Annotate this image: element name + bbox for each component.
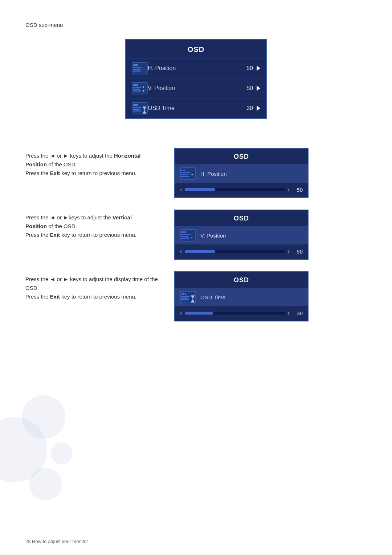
osd-menu-osd-time: OSD OSD Time 30 xyxy=(126,98,266,118)
osd-time-label: OSD Time xyxy=(148,105,246,112)
h-position-sub-icon: OSD ↔ xyxy=(180,167,196,180)
h-position-slider-track xyxy=(185,188,285,191)
svg-text:+: + xyxy=(143,89,144,93)
osd-time-arrow xyxy=(257,106,260,111)
svg-text:OSD: OSD xyxy=(133,64,138,66)
svg-rect-32 xyxy=(181,238,189,239)
svg-rect-3 xyxy=(133,69,140,70)
h-position-label: H. Position xyxy=(148,65,246,72)
svg-rect-37 xyxy=(181,296,190,297)
osd-time-value: 30 xyxy=(246,105,253,112)
svg-text:↔: ↔ xyxy=(190,173,193,176)
exit-key-2: Exit xyxy=(50,232,60,238)
svg-rect-26 xyxy=(181,176,189,177)
v-position-section: Press the ◄ or ►keys to adjust the Verti… xyxy=(25,210,367,260)
h-position-sub-title: OSD xyxy=(175,149,308,164)
svg-text:+: + xyxy=(191,236,193,240)
osd-time-section: Press the ◄ or ► keys to adjust the disp… xyxy=(25,271,367,321)
svg-rect-4 xyxy=(133,70,141,72)
svg-rect-15 xyxy=(133,107,142,108)
v-position-sub-label: V. Position xyxy=(200,232,226,239)
osd-time-slider-track xyxy=(185,312,285,315)
osd-time-sub-label: OSD Time xyxy=(200,294,225,300)
left-arrow-key: ◄ xyxy=(50,153,56,159)
v-position-slider-fill xyxy=(185,250,215,253)
v-position-slider-left: ‹ xyxy=(180,248,182,255)
svg-rect-10 xyxy=(133,90,141,92)
osd-time-sub-icon: OSD xyxy=(180,291,196,303)
h-position-slider-left: ‹ xyxy=(180,186,182,193)
left-arrow-key-3: ◄ xyxy=(50,276,56,282)
exit-key-3: Exit xyxy=(50,293,60,300)
h-position-sub-box: OSD OSD ↔ H. Position ‹ › 50 xyxy=(174,148,309,198)
osd-time-slider-left: ‹ xyxy=(180,310,182,316)
v-position-slider-track xyxy=(185,250,285,253)
svg-text:OSD: OSD xyxy=(133,84,138,86)
vertical-position-bold: VerticalPosition xyxy=(25,214,132,229)
v-position-arrow xyxy=(257,86,260,91)
page-footer: 28 How to adjust your monitor xyxy=(25,539,88,544)
svg-text:OSD: OSD xyxy=(133,104,138,106)
svg-rect-9 xyxy=(133,89,140,90)
svg-rect-16 xyxy=(133,109,140,110)
v-position-label: V. Position xyxy=(148,85,246,92)
right-arrow-key-3: ► xyxy=(63,276,69,282)
osd-main-title: OSD xyxy=(126,40,266,58)
v-position-sub-box: OSD OSD + + V. Position ‹ › xyxy=(174,210,309,260)
v-position-icon: OSD + + xyxy=(132,82,148,94)
exit-key-1: Exit xyxy=(50,170,60,176)
h-position-slider-fill xyxy=(185,188,215,191)
h-position-slider-value: 50 xyxy=(294,187,303,193)
osd-time-slider-value: 30 xyxy=(294,310,303,316)
svg-text:OSD: OSD xyxy=(181,293,187,295)
svg-rect-38 xyxy=(181,297,188,299)
horizontal-position-bold: HorizontalPosition xyxy=(25,153,140,167)
svg-rect-8 xyxy=(133,87,142,88)
h-position-sub-label: H. Position xyxy=(200,171,227,177)
svg-text:+: + xyxy=(191,232,193,236)
v-position-sub-title: OSD xyxy=(175,210,308,226)
v-position-slider-right: › xyxy=(288,248,290,255)
svg-rect-24 xyxy=(181,172,190,173)
svg-text:+: + xyxy=(143,85,144,89)
h-position-slider-row: ‹ › 50 xyxy=(175,183,308,197)
svg-text:OSD: OSD xyxy=(181,231,187,233)
h-position-icon: OSD ↔ xyxy=(132,62,148,74)
right-arrow-key-2: ► xyxy=(63,214,69,220)
h-position-value: 50 xyxy=(246,65,253,72)
h-position-desc: Press the ◄ or ► keys to adjust the Hori… xyxy=(25,148,163,178)
h-position-slider-right: › xyxy=(288,186,290,193)
osd-time-sub-item: OSD OSD Time xyxy=(175,288,308,306)
h-position-section: Press the ◄ or ► keys to adjust the Hori… xyxy=(25,148,367,198)
h-position-sub-item: OSD ↔ H. Position xyxy=(175,164,308,183)
osd-time-icon: OSD xyxy=(132,102,148,114)
osd-time-sub-title: OSD xyxy=(175,272,308,288)
osd-time-slider-row: ‹ › 30 xyxy=(175,306,308,321)
osd-menu-v-position: OSD + + V. Position 50 xyxy=(126,78,266,98)
right-arrow-key: ► xyxy=(63,153,69,159)
svg-rect-39 xyxy=(181,299,189,300)
left-arrow-key-2: ◄ xyxy=(50,214,56,220)
osd-menu-h-position: OSD ↔ H. Position 50 xyxy=(126,58,266,78)
svg-text:↔: ↔ xyxy=(142,67,145,71)
svg-rect-2 xyxy=(133,67,142,68)
osd-main-menu: OSD OSD ↔ H. Position 50 O xyxy=(125,39,267,119)
page-title: OSD sub-menu xyxy=(25,22,367,28)
svg-rect-17 xyxy=(133,110,141,112)
svg-rect-25 xyxy=(181,174,188,175)
v-position-value: 50 xyxy=(246,85,253,92)
v-position-sub-item: OSD + + V. Position xyxy=(175,226,308,244)
svg-text:OSD: OSD xyxy=(181,169,187,171)
v-position-slider-row: ‹ › 50 xyxy=(175,244,308,259)
osd-time-slider-fill xyxy=(185,312,213,315)
v-position-desc: Press the ◄ or ►keys to adjust the Verti… xyxy=(25,210,163,239)
v-position-sub-icon: OSD + + xyxy=(180,229,196,242)
osd-time-sub-box: OSD OSD OSD Time ‹ xyxy=(174,271,309,321)
osd-time-desc: Press the ◄ or ► keys to adjust the disp… xyxy=(25,271,163,301)
svg-rect-30 xyxy=(181,234,190,235)
osd-time-slider-right: › xyxy=(288,310,290,316)
svg-rect-31 xyxy=(181,236,188,237)
v-position-slider-value: 50 xyxy=(294,248,303,255)
h-position-arrow xyxy=(257,66,260,71)
